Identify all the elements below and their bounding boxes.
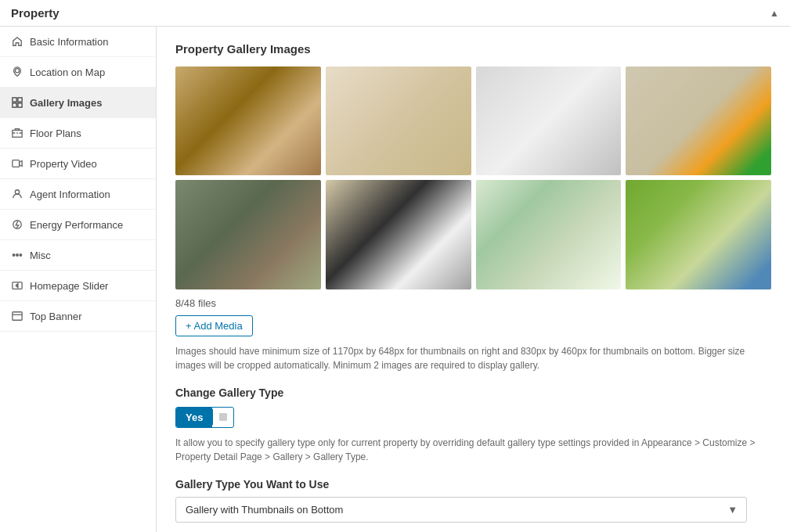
svg-rect-5 bbox=[13, 131, 22, 138]
toggle-square-icon bbox=[219, 413, 227, 421]
sidebar-label-location-on-map: Location on Map bbox=[30, 66, 105, 78]
slider-icon bbox=[11, 279, 23, 292]
sidebar-label-agent-information: Agent Information bbox=[30, 189, 110, 200]
top-bar: Property ▲ bbox=[0, 0, 790, 27]
svg-rect-13 bbox=[13, 312, 22, 321]
sidebar-item-agent-information[interactable]: Agent Information bbox=[0, 179, 156, 210]
section-title: Property Gallery Images bbox=[175, 42, 771, 56]
location-icon bbox=[11, 66, 23, 78]
gallery-image-8[interactable] bbox=[626, 180, 771, 289]
video-icon bbox=[11, 157, 23, 170]
gallery-grid bbox=[175, 66, 771, 289]
sidebar-label-homepage-slider: Homepage Slider bbox=[30, 280, 108, 292]
sidebar-item-property-video[interactable]: Property Video bbox=[0, 149, 156, 179]
sidebar-label-property-video: Property Video bbox=[30, 158, 97, 170]
svg-rect-3 bbox=[13, 103, 16, 107]
gallery-image-6[interactable] bbox=[326, 180, 471, 289]
sidebar-item-basic-information[interactable]: Basic Information bbox=[0, 27, 156, 57]
misc-icon bbox=[11, 249, 23, 261]
agent-icon bbox=[11, 188, 23, 200]
gallery-type-select-wrapper: Gallery with Thumbnails on Bottom Galler… bbox=[175, 497, 747, 523]
add-media-button[interactable]: + Add Media bbox=[175, 315, 253, 336]
top-bar-title: Property bbox=[11, 6, 60, 20]
sidebar-label-basic-information: Basic Information bbox=[30, 36, 108, 48]
floor-plans-icon bbox=[11, 127, 23, 139]
gallery-type-select[interactable]: Gallery with Thumbnails on Bottom Galler… bbox=[175, 497, 747, 523]
gallery-image-1[interactable] bbox=[175, 66, 321, 175]
sidebar-label-gallery-images: Gallery Images bbox=[30, 97, 103, 109]
svg-rect-2 bbox=[18, 98, 22, 102]
gallery-image-4[interactable] bbox=[626, 66, 771, 175]
gallery-type-description: It allow you to specify gallery type onl… bbox=[175, 436, 771, 464]
svg-point-11 bbox=[20, 254, 22, 257]
gallery-image-5[interactable] bbox=[175, 180, 321, 289]
sidebar-label-energy-performance: Energy Performance bbox=[30, 219, 123, 231]
image-note: Images should have minimum size of 1170p… bbox=[175, 344, 771, 372]
sidebar-item-homepage-slider[interactable]: Homepage Slider bbox=[0, 271, 156, 301]
gallery-image-2[interactable] bbox=[326, 66, 471, 175]
gallery-image-7[interactable] bbox=[476, 180, 622, 289]
energy-icon bbox=[11, 218, 23, 231]
svg-point-9 bbox=[13, 254, 15, 257]
sidebar-item-energy-performance[interactable]: Energy Performance bbox=[0, 210, 156, 240]
sidebar-label-top-banner: Top Banner bbox=[30, 311, 82, 322]
file-count: 8/48 files bbox=[175, 297, 771, 309]
gallery-type-toggle[interactable]: Yes bbox=[175, 407, 234, 428]
svg-point-7 bbox=[15, 190, 19, 194]
home-icon bbox=[11, 35, 23, 48]
toggle-row: Yes bbox=[175, 407, 771, 428]
svg-point-10 bbox=[16, 254, 19, 257]
sidebar-label-floor-plans: Floor Plans bbox=[30, 128, 81, 139]
svg-rect-4 bbox=[18, 103, 22, 107]
svg-rect-6 bbox=[13, 160, 20, 167]
change-gallery-type-label: Change Gallery Type bbox=[175, 386, 771, 399]
sidebar-item-top-banner[interactable]: Top Banner bbox=[0, 301, 156, 332]
gallery-image-3[interactable] bbox=[476, 66, 622, 175]
svg-rect-1 bbox=[13, 98, 16, 102]
sidebar-item-floor-plans[interactable]: Floor Plans bbox=[0, 118, 156, 149]
sidebar: Basic Information Location on Map bbox=[0, 27, 157, 532]
gallery-type-you-want-label: Gallery Type You Want to Use bbox=[175, 478, 771, 491]
collapse-icon[interactable]: ▲ bbox=[770, 8, 779, 19]
sidebar-label-misc: Misc bbox=[30, 250, 51, 261]
svg-point-0 bbox=[15, 69, 19, 73]
sidebar-item-gallery-images[interactable]: Gallery Images bbox=[0, 88, 156, 118]
main-content: Property Gallery Images bbox=[157, 27, 790, 532]
toggle-yes-label: Yes bbox=[176, 408, 212, 427]
sidebar-item-location-on-map[interactable]: Location on Map bbox=[0, 57, 156, 88]
gallery-icon bbox=[11, 96, 23, 109]
sidebar-item-misc[interactable]: Misc bbox=[0, 240, 156, 271]
toggle-indicator bbox=[212, 409, 233, 425]
banner-icon bbox=[11, 310, 23, 322]
